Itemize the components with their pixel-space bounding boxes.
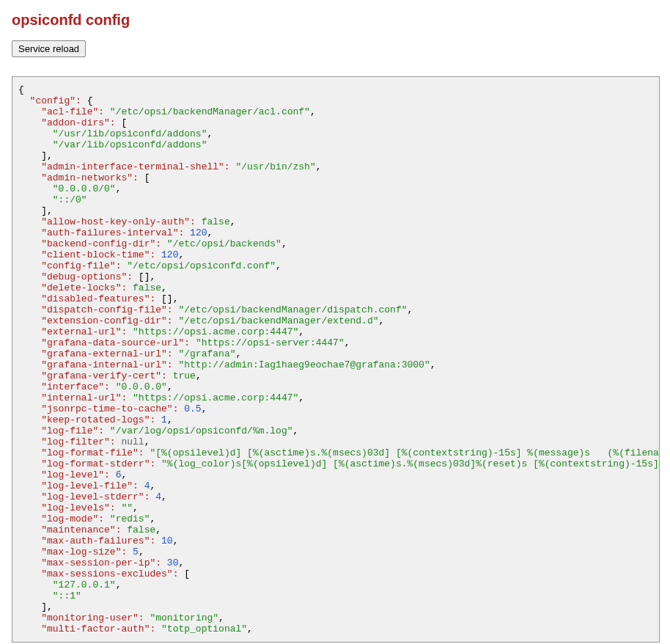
page-title: opsiconfd config [12,12,658,29]
config-json-display: { "config": { "acl-file": "/etc/opsi/bac… [12,76,660,643]
service-reload-button[interactable]: Service reload [12,40,86,57]
